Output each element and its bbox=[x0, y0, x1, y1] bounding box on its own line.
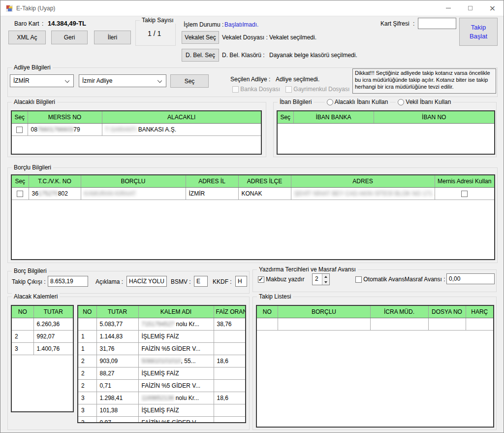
window-title: E-Takip (Uyap) bbox=[16, 5, 55, 12]
no-cell[interactable]: 2 bbox=[78, 367, 96, 379]
takip-baslat-button[interactable]: Takip Başlat bbox=[459, 18, 498, 46]
takip-cikisi-input[interactable] bbox=[48, 276, 88, 287]
tutar-cell[interactable]: 1.144,83 bbox=[96, 330, 138, 342]
close-button[interactable]: × bbox=[481, 0, 504, 16]
kalem-cell[interactable]: FAİZİN %5 GİDER V... bbox=[138, 379, 214, 392]
no-cell[interactable]: 1 bbox=[257, 318, 278, 330]
kalem-cell[interactable]: 7151794527 nolu Kr... bbox=[138, 318, 214, 330]
faiz-cell[interactable] bbox=[214, 367, 245, 379]
no-cell[interactable]: 2 bbox=[78, 379, 96, 392]
borclu-name-cell[interactable]: KAMURAN KIRAAT bbox=[81, 187, 186, 200]
row-checkbox[interactable] bbox=[16, 127, 23, 133]
bsmv-input[interactable] bbox=[194, 276, 208, 287]
maximize-button[interactable] bbox=[459, 0, 481, 16]
tutar-cell[interactable]: 0,71 bbox=[96, 379, 138, 392]
tutar-cell[interactable]: 31,76 bbox=[96, 342, 138, 355]
dbel-sec-button[interactable]: D. Bel. Seç bbox=[182, 49, 219, 62]
kalem-cell[interactable]: FAİZİN %5 GİDER V... bbox=[138, 342, 214, 355]
no-cell[interactable]: 1 bbox=[12, 318, 33, 330]
city-combobox[interactable]: İZMİR bbox=[10, 74, 74, 87]
mernis-cell[interactable] bbox=[435, 187, 494, 200]
vekil-ibani-radio[interactable]: Vekil İbanı Kullan bbox=[396, 99, 453, 105]
tutar-cell[interactable]: 88,27 bbox=[96, 367, 138, 379]
kkdf-label: KKDF : bbox=[213, 278, 232, 285]
mersis-no-cell[interactable]: 087660176660379 bbox=[28, 123, 102, 135]
faiz-cell[interactable] bbox=[214, 404, 245, 416]
kart-sifresi-colon: : bbox=[413, 20, 414, 27]
tutar-cell[interactable]: 5.083,77 bbox=[96, 318, 138, 330]
tutar-cell[interactable]: 903,09 bbox=[96, 355, 138, 367]
no-cell[interactable]: 1 bbox=[78, 342, 96, 355]
kalem-cell[interactable]: İŞLEMİŞ FAİZ bbox=[138, 367, 214, 379]
borclu-cell[interactable] bbox=[278, 318, 370, 330]
vekalet-sec-button[interactable]: Vekalet Seç bbox=[182, 31, 219, 44]
tutar-cell[interactable]: 1.400,76 bbox=[33, 342, 73, 355]
makbuz-count-spinner[interactable]: 2 bbox=[312, 273, 330, 285]
adres-cell[interactable]: ŞEHİT NİHAT BEY CAD AKIN SİTESİ BLOK NO … bbox=[291, 187, 435, 200]
tutar-cell[interactable]: 6.260,36 bbox=[33, 318, 73, 330]
spinner-up-button[interactable] bbox=[322, 274, 329, 279]
tc-no-cell[interactable]: 36175270802 bbox=[29, 187, 81, 200]
faiz-cell[interactable]: 18,6 bbox=[214, 355, 245, 367]
kalem-cell[interactable]: İŞLEMİŞ FAİZ bbox=[138, 330, 214, 342]
checkbox-checked-icon bbox=[258, 276, 264, 283]
faiz-cell[interactable]: 38,76 bbox=[214, 318, 245, 330]
kkdf-input[interactable] bbox=[235, 276, 247, 287]
arrow-up-icon bbox=[324, 276, 327, 278]
detail-row: 3101,38İŞLEMİŞ FAİZ bbox=[78, 404, 245, 416]
col-adres: ADRES bbox=[291, 175, 435, 187]
minimize-button[interactable] bbox=[437, 0, 459, 16]
aciklama-input[interactable] bbox=[126, 276, 167, 287]
xml-ac-button[interactable]: XML Aç bbox=[8, 31, 46, 44]
alacakli-cell[interactable]: T GARANTI BANKASI A.Ş. bbox=[102, 123, 261, 135]
no-cell[interactable]: 1 bbox=[78, 318, 96, 330]
kalem-cell[interactable]: FAİZİN %5 GİDER V... bbox=[138, 416, 214, 423]
faiz-cell[interactable] bbox=[214, 330, 245, 342]
no-cell[interactable]: 2 bbox=[78, 355, 96, 367]
no-cell[interactable]: 3 bbox=[78, 416, 96, 423]
app-window: E-Takip (Uyap) × Baro Kart : 14.384,49-T… bbox=[0, 0, 504, 433]
kalem-cell[interactable]: 1169852136 nolu Kr... bbox=[138, 392, 214, 404]
row-select-cell[interactable] bbox=[12, 123, 28, 135]
tutar-cell[interactable]: 0,97 bbox=[96, 416, 138, 423]
adres-ilce-cell[interactable]: KONAK bbox=[238, 187, 291, 200]
faiz-cell[interactable] bbox=[214, 416, 245, 423]
geri-button[interactable]: Geri bbox=[51, 31, 88, 44]
mernis-checkbox[interactable] bbox=[461, 191, 468, 197]
faiz-cell[interactable] bbox=[214, 379, 245, 392]
no-cell[interactable]: 3 bbox=[78, 392, 96, 404]
dbel-klasoru-value: Dayanak belge klasörü seçilmedi. bbox=[269, 52, 357, 59]
court-combobox[interactable]: İzmir Adliye bbox=[79, 74, 166, 87]
bsmv-label: BSMV : bbox=[171, 278, 191, 285]
kalem-cell[interactable]: İŞLEMİŞ FAİZ bbox=[138, 404, 214, 416]
faiz-cell[interactable] bbox=[214, 342, 245, 355]
ileri-button[interactable]: İleri bbox=[94, 31, 131, 44]
tutar-cell[interactable]: 1.298,41 bbox=[96, 392, 138, 404]
takip-cikisi-label: Takip Çıkışı : bbox=[12, 278, 46, 285]
borclu-table: Seç T.C./V.K. NO BORÇLU ADRES İL ADRES İ… bbox=[11, 174, 495, 260]
no-cell[interactable]: 3 bbox=[12, 342, 33, 355]
otomatik-avans-checkbox[interactable]: Otomatik Avans bbox=[355, 276, 405, 283]
icra-mud-cell[interactable] bbox=[370, 318, 428, 330]
masraf-avansi-input[interactable] bbox=[446, 273, 495, 284]
iban-table: Seç İBAN BANKA İBAN NO bbox=[277, 110, 495, 155]
no-cell[interactable]: 3 bbox=[78, 404, 96, 416]
makbuz-yazdir-checkbox[interactable]: Makbuz yazdır bbox=[258, 276, 304, 283]
dosya-no-cell[interactable] bbox=[428, 318, 466, 330]
harc-cell[interactable] bbox=[466, 318, 493, 330]
takip-listesi-label: Takip Listesi bbox=[257, 293, 293, 300]
faiz-cell[interactable]: 18,6 bbox=[214, 392, 245, 404]
tutar-cell[interactable]: 992,07 bbox=[33, 330, 73, 342]
no-cell[interactable]: 2 bbox=[12, 330, 33, 342]
no-cell[interactable]: 1 bbox=[78, 330, 96, 342]
adliye-sec-button[interactable]: Seç bbox=[170, 74, 209, 88]
row-select-cell[interactable] bbox=[12, 187, 29, 200]
row-checkbox[interactable] bbox=[17, 191, 23, 197]
adres-il-cell[interactable]: İZMİR bbox=[186, 187, 238, 200]
alacakli-ibani-radio[interactable]: Alacaklı İbanı Kullan bbox=[325, 99, 390, 105]
kalem-cell[interactable]: 508810101010, 55... bbox=[138, 355, 214, 367]
spinner-down-button[interactable] bbox=[322, 279, 329, 285]
borclu-bilgileri-label: Borçlu Bilgileri bbox=[12, 164, 53, 171]
tutar-cell[interactable]: 101,38 bbox=[96, 404, 138, 416]
kart-sifresi-input[interactable] bbox=[418, 18, 456, 29]
